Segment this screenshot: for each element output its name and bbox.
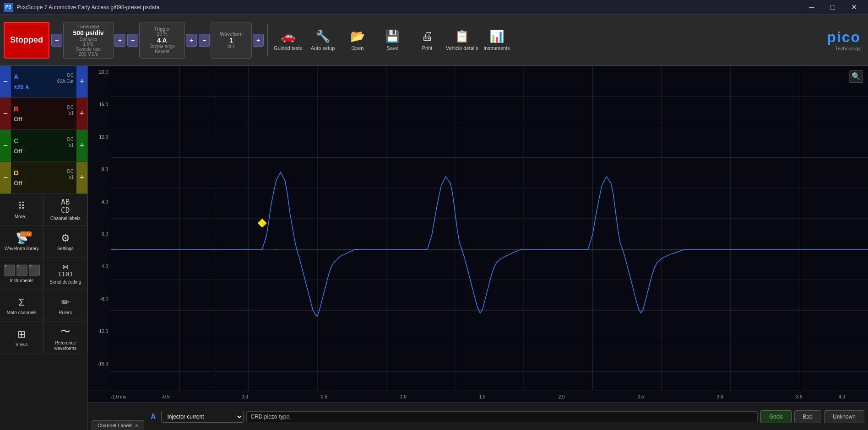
timebase-decrease-button[interactable]: −	[51, 34, 62, 47]
minimize-button[interactable]: ─	[801, 0, 822, 15]
x-label-25: 2.5	[601, 394, 680, 399]
math-channels-button[interactable]: Σ Math channels	[0, 290, 44, 322]
waveform-of: of 1	[228, 44, 235, 49]
y-label-16: 16.0	[89, 102, 110, 107]
channel-b-plus-button[interactable]: +	[76, 98, 87, 129]
channel-a-row: − A DC 60A Cur ±20 A +	[0, 66, 87, 98]
good-button[interactable]: Good	[760, 410, 791, 423]
waveform-library-label: Waveform library	[5, 246, 39, 252]
pico-logo: pico Technology	[827, 29, 864, 51]
auto-setup-button[interactable]: 🔧 Auto setup	[306, 22, 339, 59]
channel-d-plus-button[interactable]: +	[76, 162, 87, 194]
save-button[interactable]: 💾 Save	[376, 22, 409, 59]
views-button[interactable]: ⊞ Views	[0, 322, 44, 354]
rulers-label: Rulers	[59, 310, 72, 316]
channel-label-row: A Injector current Good Bad Unknown	[148, 410, 864, 423]
more-icon: ⠿	[18, 200, 25, 212]
timebase-control: − Timebase 500 µs/div Samples 1 MS Sampl…	[51, 22, 125, 59]
x-label-m1: -1.0 ms	[111, 394, 126, 399]
svg-rect-0	[111, 66, 868, 403]
trigger-repeat: Repeat	[155, 49, 169, 54]
channel-d-row: − D DC x1 Off +	[0, 162, 87, 194]
gear-icon: ⚙	[61, 232, 70, 244]
channel-label-dropdown[interactable]: Injector current	[161, 411, 244, 423]
channel-d-letter: D	[14, 169, 19, 177]
rulers-button[interactable]: ✏ Rulers	[44, 290, 88, 322]
serial-decoding-icon: ⋈1101	[58, 263, 73, 278]
instruments-icon: 📊	[489, 29, 504, 43]
bad-button[interactable]: Bad	[794, 410, 821, 423]
y-label-4: 4.0	[89, 199, 110, 204]
trigger-control: − Trigger 20 % 4 A Simple edge Repeat +	[127, 22, 197, 59]
channel-label-description[interactable]	[246, 411, 758, 422]
waveform-library-button[interactable]: 📡 BETA Waveform library	[0, 226, 44, 258]
timebase-value: 500 µs/div	[73, 29, 103, 37]
channel-labels-button[interactable]: ABCD Channel labels	[44, 194, 88, 226]
channel-c-plus-button[interactable]: +	[76, 130, 87, 161]
vehicle-details-button[interactable]: 📋 Vehicle details	[445, 22, 478, 59]
instruments-toolbar-button[interactable]: 📊 Instruments	[480, 22, 513, 59]
instruments-sidebar-button[interactable]: ⬛⬛⬛ Instruments	[0, 258, 44, 290]
trigger-mode: Simple edge	[149, 44, 175, 49]
x-label-4: 4.0	[839, 394, 845, 399]
channel-c-gain: x1	[69, 143, 74, 148]
trigger-decrease-button[interactable]: −	[127, 34, 138, 47]
channel-a-letter: A	[14, 73, 19, 81]
channel-a-plus-button[interactable]: +	[76, 66, 87, 97]
channel-d-minus-button[interactable]: −	[0, 162, 11, 194]
window-title: PicoScope 7 Automotive Early Access gt09…	[16, 4, 797, 11]
channel-b-row: − B DC x1 Off +	[0, 98, 87, 130]
y-label-8: 8.0	[89, 167, 110, 172]
open-button[interactable]: 📂 Open	[341, 22, 374, 59]
unknown-button[interactable]: Unknown	[824, 410, 864, 423]
timebase-increase-button[interactable]: +	[114, 34, 125, 47]
serial-decoding-button[interactable]: ⋈1101 Serial decoding	[44, 258, 88, 290]
trigger-increase-button[interactable]: +	[186, 34, 197, 47]
waveform-prev-button[interactable]: −	[199, 34, 210, 47]
waveform-display: 🔍	[111, 66, 868, 403]
channel-c-minus-button[interactable]: −	[0, 130, 11, 161]
print-button[interactable]: 🖨 Print	[411, 22, 444, 59]
close-button[interactable]: ✕	[843, 0, 864, 15]
scope-content: 20.0 16.0 12.0 8.0 4.0 0.0 -4.0 -8.0 -12…	[88, 66, 868, 430]
channel-b-main: B DC x1 Off	[11, 98, 76, 129]
samples-label: Samples	[80, 37, 98, 42]
y-label-m8: -8.0	[89, 296, 110, 301]
settings-button[interactable]: ⚙ Settings	[44, 226, 88, 258]
channel-b-minus-button[interactable]: −	[0, 98, 11, 129]
print-icon: 🖨	[421, 29, 433, 43]
x-label-35: 3.5	[760, 394, 839, 399]
channel-c-main: C DC x1 Off	[11, 130, 76, 161]
guided-tests-button[interactable]: 🚗 Guided tests	[271, 22, 304, 59]
reference-waveforms-button[interactable]: 〜 Reference waveforms	[44, 322, 88, 354]
views-label: Views	[16, 342, 28, 348]
stop-button[interactable]: Stopped	[4, 22, 49, 59]
x-label-05: 0.5	[284, 394, 363, 399]
waveform-control: − Waveform 1 of 1 +	[199, 22, 264, 59]
channel-b-status: Off	[14, 116, 74, 123]
channel-labels-label: Channel labels	[50, 216, 81, 221]
channel-labels-tab[interactable]: Channel Labels ×	[92, 420, 144, 430]
channel-d-coupling: DC	[67, 169, 74, 174]
more-button[interactable]: ⠿ More...	[0, 194, 44, 226]
y-label-20: 20.0	[89, 70, 110, 75]
channel-a-gain: 60A Cur	[57, 79, 74, 84]
channel-a-minus-button[interactable]: −	[0, 66, 11, 97]
waveform-next-button[interactable]: +	[253, 34, 264, 47]
trigger-label: Trigger	[154, 26, 170, 32]
save-icon: 💾	[385, 29, 400, 43]
settings-label: Settings	[57, 246, 74, 252]
timebase-label: Timebase	[77, 24, 99, 29]
bottom-panel: Channel Labels × A Injector current Good…	[88, 403, 868, 430]
sidebar: − A DC 60A Cur ±20 A + − B	[0, 66, 88, 430]
sidebar-buttons-grid: ⠿ More... ABCD Channel labels 📡 BETA Wav…	[0, 194, 87, 354]
toolbar: Stopped − Timebase 500 µs/div Samples 1 …	[0, 15, 868, 66]
channel-c-status: Off	[14, 148, 74, 155]
x-axis: -1.0 ms -0.5 0.0 0.5 1.0 1.5 2.0 2.5 3.0…	[88, 391, 868, 403]
channel-labels-tab-close[interactable]: ×	[135, 423, 138, 428]
sample-rate-label: Sample rate	[76, 47, 101, 52]
samples-value: 1 MS	[83, 42, 93, 47]
maximize-button[interactable]: □	[822, 0, 843, 15]
x-label-15: 1.5	[443, 394, 522, 399]
x-label-2: 2.0	[522, 394, 601, 399]
